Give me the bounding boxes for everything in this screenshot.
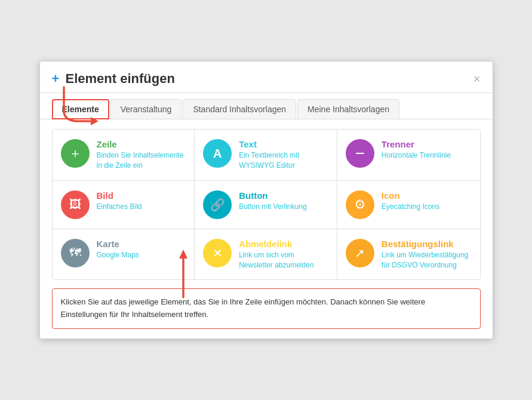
tab-veranstaltung[interactable]: Veranstaltung bbox=[110, 99, 182, 119]
bestaetigungslink-icon: ↗ bbox=[346, 239, 374, 267]
element-zeile[interactable]: ＋ Zeile Binden Sie Inhaltselemente in di… bbox=[53, 130, 195, 181]
modal-title: + Element einfügen bbox=[52, 71, 175, 87]
karte-desc: Google Maps bbox=[97, 250, 139, 260]
zeile-desc: Binden Sie Inhaltselemente in die Zeile … bbox=[97, 150, 186, 171]
bestaetigungslink-name: Bestätigungslink bbox=[382, 239, 472, 249]
elements-grid: ＋ Zeile Binden Sie Inhaltselemente in di… bbox=[52, 129, 481, 280]
trenner-name: Trenner bbox=[382, 139, 451, 149]
hint-text: Klicken Sie auf das jeweilige Element, d… bbox=[61, 297, 426, 319]
hint-box: Klicken Sie auf das jeweilige Element, d… bbox=[52, 288, 481, 329]
element-bild[interactable]: 🖼 Bild Einfaches Bild bbox=[53, 181, 195, 229]
element-button[interactable]: 🔗 Button Button mit Verlinkung bbox=[195, 181, 337, 229]
icon-desc: Eyecatching Icons bbox=[382, 202, 439, 212]
tab-elemente[interactable]: Elemente bbox=[52, 99, 109, 119]
tab-standard-inhaltsvorlagen[interactable]: Standard Inhaltsvorlagen bbox=[183, 99, 296, 119]
element-bestaetigungslink[interactable]: ↗ Bestätigungslink Link um Wiederbestäti… bbox=[337, 229, 480, 280]
element-icon[interactable]: ⚙ Icon Eyecatching Icons bbox=[337, 181, 480, 229]
close-button[interactable]: × bbox=[473, 73, 481, 85]
button-name: Button bbox=[239, 190, 306, 201]
karte-name: Karte bbox=[97, 239, 139, 249]
plus-icon: + bbox=[52, 71, 60, 86]
text-desc: Ein Textbereich mit WYSIWYG Editor bbox=[239, 150, 328, 171]
trenner-icon: − bbox=[346, 139, 374, 168]
abmeldelink-name: Abmeldelink bbox=[239, 239, 328, 249]
abmeldelink-icon: ✕ bbox=[203, 239, 232, 267]
element-trenner[interactable]: − Trenner Horizontale Trennlinie bbox=[337, 130, 480, 181]
element-abmeldelink[interactable]: ✕ Abmeldelink Link um sich vom Newslette… bbox=[195, 229, 337, 280]
bild-icon: 🖼 bbox=[61, 190, 90, 219]
trenner-desc: Horizontale Trennlinie bbox=[382, 150, 451, 161]
icon-icon: ⚙ bbox=[346, 190, 374, 219]
abmeldelink-desc: Link um sich vom Newsletter abzumelden bbox=[239, 250, 328, 270]
button-desc: Button mit Verlinkung bbox=[239, 202, 306, 212]
bild-name: Bild bbox=[97, 190, 142, 201]
text-icon: A bbox=[203, 139, 232, 168]
element-karte[interactable]: 🗺 Karte Google Maps bbox=[53, 229, 195, 280]
tab-meine-inhaltsvorlagen[interactable]: Meine Inhaltsvorlagen bbox=[297, 99, 399, 119]
bestaetigungslink-desc: Link um Wiederbestätigung für DSGVO Vero… bbox=[382, 250, 472, 270]
karte-icon: 🗺 bbox=[61, 239, 90, 267]
zeile-name: Zeile bbox=[97, 139, 186, 149]
button-icon: 🔗 bbox=[203, 190, 232, 219]
text-name: Text bbox=[239, 139, 328, 149]
element-text[interactable]: A Text Ein Textbereich mit WYSIWYG Edito… bbox=[195, 130, 337, 181]
tab-bar: Elemente Veranstaltung Standard Inhaltsv… bbox=[40, 93, 493, 119]
zeile-icon: ＋ bbox=[61, 139, 90, 168]
bild-desc: Einfaches Bild bbox=[97, 202, 142, 212]
icon-name: Icon bbox=[382, 190, 439, 201]
